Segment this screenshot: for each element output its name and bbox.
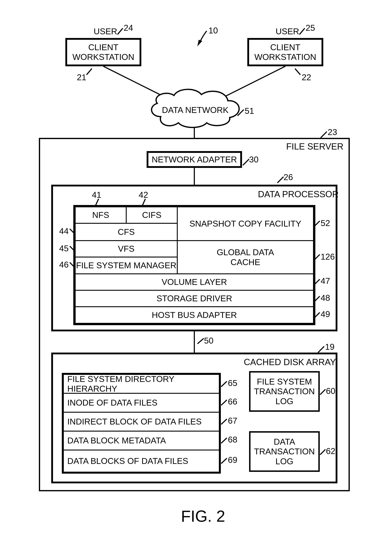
svg-line-12 — [142, 199, 145, 206]
ref-69: 69 — [228, 455, 237, 465]
tick-126 — [314, 254, 321, 261]
text-dblocks: DATA BLOCKS OF DATA FILES — [67, 456, 188, 466]
box-inode: INODE OF DATA FILES — [63, 393, 220, 413]
tick-42 — [142, 199, 148, 206]
text-storage-driver: STORAGE DRIVER — [157, 294, 232, 303]
tick-22 — [295, 69, 302, 76]
tick-67 — [221, 419, 228, 425]
box-fs-dir: FILE SYSTEM DIRECTORY HIERARCHY — [63, 374, 220, 394]
ref-50: 50 — [204, 336, 213, 346]
text-cfs: CFS — [118, 227, 135, 237]
tick-66 — [221, 400, 228, 406]
text-volume-layer: VOLUME LAYER — [162, 277, 227, 287]
tick-48 — [314, 296, 321, 302]
ref-46: 46 — [59, 260, 69, 270]
ref-62: 62 — [326, 446, 335, 456]
box-fsm: FILE SYSTEM MANAGER — [75, 257, 178, 274]
ref-19: 19 — [325, 342, 334, 352]
tick-50 — [197, 338, 205, 345]
ref-48: 48 — [321, 293, 330, 303]
ref-47: 47 — [321, 276, 330, 286]
text-inode: INODE OF DATA FILES — [67, 398, 157, 407]
text-cached-disk-array: CACHED DISK ARRAY — [244, 357, 336, 367]
ref-60: 60 — [326, 386, 335, 396]
ref-45: 45 — [59, 243, 69, 253]
text-snapshot: SNAPSHOT COPY FACILITY — [189, 219, 301, 229]
text-network-adapter: NETWORK ADAPTER — [152, 155, 237, 164]
svg-line-23 — [221, 381, 227, 387]
tick-23 — [321, 131, 328, 138]
tick-25 — [299, 27, 307, 34]
svg-line-9 — [243, 159, 249, 165]
text-data-processor: DATA PROCESSOR — [258, 189, 339, 199]
tick-65 — [221, 381, 228, 388]
svg-line-3 — [87, 69, 92, 75]
box-cfs: CFS — [75, 223, 178, 241]
ref-21: 21 — [77, 72, 86, 82]
text-cifs: CIFS — [142, 210, 161, 220]
box-hba: HOST BUS ADAPTER — [75, 306, 314, 324]
box-client-workstation-2: CLIENT WORKSTATION — [247, 38, 323, 66]
diagram-canvas: USER USER 24 25 10 CLIENT WORKSTATION CL… — [7, 7, 392, 533]
text-hba: HOST BUS ADAPTER — [152, 310, 237, 320]
box-network-adapter: NETWORK ADAPTER — [147, 151, 242, 168]
svg-line-16 — [314, 221, 320, 226]
text-indirect: INDIRECT BLOCK OF DATA FILES — [67, 417, 201, 426]
svg-line-15 — [70, 262, 75, 268]
svg-line-11 — [95, 199, 98, 206]
text-fs-tlog: FILE SYSTEM TRANSACTION LOG — [254, 377, 315, 406]
line-processor-array — [194, 331, 195, 353]
text-global-cache: GLOBAL DATA CACHE — [217, 248, 274, 267]
box-indirect: INDIRECT BLOCK OF DATA FILES — [63, 412, 220, 432]
tick-52 — [314, 221, 321, 227]
ref-44: 44 — [59, 226, 69, 236]
tick-19 — [318, 346, 325, 353]
text-file-server: FILE SERVER — [286, 141, 343, 152]
svg-line-20 — [314, 313, 320, 318]
tick-26 — [277, 176, 285, 183]
svg-line-27 — [221, 458, 227, 463]
tick-47 — [314, 279, 321, 285]
ref-25: 25 — [306, 23, 315, 33]
text-data-network: DATA NETWORK — [161, 105, 230, 115]
tick-44 — [70, 229, 76, 235]
box-global-cache: GLOBAL DATA CACHE — [177, 240, 314, 274]
box-cifs: CIFS — [126, 206, 178, 224]
ref-22: 22 — [302, 72, 311, 82]
ref-52: 52 — [321, 218, 330, 228]
tick-51 — [238, 109, 245, 116]
label-user-2: USER — [275, 27, 299, 36]
svg-line-18 — [314, 279, 320, 285]
ref-42: 42 — [139, 190, 148, 200]
box-storage-driver: STORAGE DRIVER — [75, 290, 314, 307]
box-volume-layer: VOLUME LAYER — [75, 273, 314, 291]
svg-line-13 — [70, 229, 75, 234]
text-nfs: NFS — [92, 210, 109, 220]
tick-41 — [95, 199, 101, 206]
ref-23: 23 — [328, 127, 337, 137]
svg-line-17 — [314, 254, 320, 260]
ref-30: 30 — [249, 155, 258, 164]
svg-line-0 — [117, 28, 123, 34]
ref-41: 41 — [92, 190, 101, 200]
box-snapshot: SNAPSHOT COPY FACILITY — [177, 206, 314, 241]
svg-line-4 — [295, 69, 300, 75]
svg-line-14 — [70, 246, 75, 252]
box-fs-tlog: FILE SYSTEM TRANSACTION LOG — [249, 371, 320, 412]
tick-46 — [70, 262, 76, 269]
svg-marker-2 — [197, 40, 202, 46]
box-data-tlog: DATA TRANSACTION LOG — [249, 431, 320, 472]
svg-line-1 — [299, 28, 305, 34]
tick-24 — [117, 27, 125, 34]
svg-line-10 — [277, 177, 284, 183]
text-fs-dir: FILE SYSTEM DIRECTORY HIERARCHY — [67, 374, 219, 393]
box-dbm: DATA BLOCK METADATA — [63, 431, 220, 450]
text-data-tlog: DATA TRANSACTION LOG — [254, 437, 315, 466]
tick-21 — [87, 69, 94, 76]
svg-line-21 — [197, 338, 204, 344]
ref-65: 65 — [228, 378, 237, 388]
ref-67: 67 — [228, 416, 237, 425]
box-vfs: VFS — [75, 240, 178, 257]
tick-45 — [70, 246, 76, 252]
line-adapter-processor — [194, 168, 195, 186]
